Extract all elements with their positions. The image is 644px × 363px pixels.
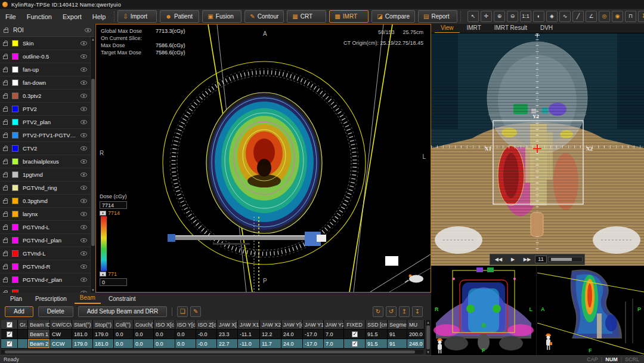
lock-icon[interactable] — [3, 161, 8, 164]
eye-icon[interactable] — [80, 212, 87, 216]
Skin[interactable]: Skin — [0, 37, 90, 50]
tab-plan[interactable]: Plan — [5, 294, 27, 304]
fan-down[interactable]: fan-down — [0, 76, 90, 90]
column-header[interactable]: JAW Y2... — [324, 320, 344, 330]
PGTVnd-l_plan[interactable]: PGTVnd-l_plan — [0, 234, 90, 247]
eye-icon[interactable] — [80, 133, 87, 137]
compare-button[interactable]: ◪ Compare — [371, 10, 415, 23]
eye-icon[interactable] — [85, 28, 91, 32]
column-header[interactable]: Couch(°) — [134, 320, 154, 330]
actual-size-icon[interactable]: 1:1 — [520, 11, 531, 22]
column-header[interactable]: Beam ID — [28, 320, 50, 330]
rotate-cw-icon[interactable]: ↻ — [373, 306, 383, 317]
lock-icon[interactable] — [3, 108, 8, 112]
dose-min-handle[interactable]: ▲771 — [100, 271, 138, 277]
table-hscrollbar[interactable] — [1, 350, 423, 354]
play-button[interactable]: ▶ — [506, 257, 519, 262]
axial-ct-view[interactable]: Global Max Dose7713.3(cGy) On Current Sl… — [95, 24, 431, 293]
eye-icon[interactable] — [80, 186, 87, 190]
eye-icon[interactable] — [80, 54, 87, 59]
eye-icon[interactable] — [80, 199, 87, 203]
CTV2[interactable]: CTV2 — [0, 142, 90, 155]
forward-button[interactable]: ▶▶ — [521, 257, 534, 262]
eye-icon[interactable] — [80, 251, 87, 256]
brachialplexus[interactable]: brachialplexus — [0, 155, 90, 168]
eye-icon[interactable] — [80, 173, 87, 177]
column-header[interactable]: ISO Y[c... — [175, 320, 196, 330]
lock-icon[interactable] — [3, 42, 8, 46]
0.3pgtvnd[interactable]: 0.3pgtvnd — [0, 195, 90, 208]
dose-min-input[interactable]: 0 — [100, 278, 127, 286]
PTV2_plan[interactable]: PTV2_plan — [0, 116, 90, 129]
profile-curve-icon[interactable]: ∿ — [559, 11, 571, 22]
move-up-icon[interactable]: ↥ — [399, 306, 410, 317]
column-header[interactable]: SSD [cm] — [366, 320, 388, 330]
pan-tool-icon[interactable]: ✛ — [481, 11, 492, 22]
measure-ruler-icon[interactable]: ╱ — [572, 11, 584, 22]
larynx[interactable]: larynx — [0, 208, 90, 221]
menu-file[interactable]: File — [0, 13, 21, 20]
lock-icon[interactable] — [3, 279, 8, 282]
lock-icon[interactable] — [4, 29, 8, 33]
PGTVnd-L[interactable]: PGTVnd-L — [0, 221, 90, 234]
dose-ring-icon[interactable]: ◉ — [612, 11, 623, 22]
column-header[interactable]: MU — [407, 320, 425, 330]
checkbox[interactable] — [7, 341, 13, 347]
column-header[interactable]: Stop(°) — [93, 320, 114, 330]
rewind-button[interactable]: ◀◀ — [492, 257, 505, 262]
eye-icon[interactable] — [80, 278, 87, 282]
imrt-button[interactable]: ▩ IMRT — [329, 10, 369, 23]
tab-imrt-result[interactable]: IMRT Result — [488, 24, 533, 33]
column-header[interactable]: FIXED — [344, 320, 366, 330]
PGTVnd_ring[interactable]: PGTVnd_ring — [0, 182, 90, 195]
roi-scrollbar[interactable]: ▲ ▼ — [90, 37, 95, 293]
frame-slider[interactable] — [548, 257, 583, 262]
tab-dvh[interactable]: DVH — [534, 24, 559, 33]
PTV2[interactable]: PTV2 — [0, 103, 90, 116]
tab-view[interactable]: View — [435, 24, 460, 33]
lock-icon[interactable] — [3, 253, 8, 256]
locate-3d-icon[interactable]: ◈ — [546, 11, 558, 22]
column-header[interactable] — [1, 320, 18, 330]
outline-0.5[interactable]: outline-0.5 — [0, 50, 90, 63]
beam-eye-view[interactable]: X1 X2 Y2 — [431, 33, 644, 266]
PGTVnd-R[interactable]: PGTVnd-R — [0, 260, 90, 273]
eye-icon[interactable] — [80, 41, 87, 45]
add-setup-beam-drr-button[interactable]: Add Setup Beam and DRR — [78, 306, 168, 317]
tab-imrt[interactable]: IMRT — [461, 24, 487, 33]
sagittal-view[interactable]: A P F — [537, 266, 644, 355]
dose-max-input[interactable]: 7714 — [100, 201, 127, 209]
PTV2-PTV1-PGTVnd-PGTVn[interactable]: PTV2-PTV1-PGTVnd-PGTVn — [0, 129, 90, 142]
move-down-icon[interactable]: ↧ — [412, 306, 423, 317]
eye-icon[interactable] — [80, 146, 87, 150]
1pgtvnd[interactable]: 1pgtvnd — [0, 168, 90, 182]
column-header[interactable]: JAW Y1... — [303, 320, 324, 330]
import-button[interactable]: ⇩ Import — [117, 10, 157, 23]
checkbox[interactable] — [7, 322, 13, 328]
column-header[interactable]: JAW X[... — [217, 320, 238, 330]
eye-icon[interactable] — [80, 107, 87, 111]
column-header[interactable]: CW/CCW — [50, 320, 72, 330]
crt-button[interactable]: ▦ CRT — [287, 10, 326, 23]
lock-icon[interactable] — [3, 266, 8, 269]
fan-up[interactable]: fan-up — [0, 63, 90, 76]
lock-icon[interactable] — [3, 69, 8, 72]
column-header[interactable]: ISO Z[c... — [196, 320, 217, 330]
tab-constraint[interactable]: Constraint — [103, 294, 141, 304]
checkbox[interactable] — [352, 341, 358, 347]
eye-icon[interactable] — [80, 120, 87, 124]
lock-icon[interactable] — [3, 200, 8, 204]
zoom-in-icon[interactable]: ⊕ — [494, 11, 505, 22]
report-button[interactable]: ▤ Report — [418, 10, 457, 23]
delete-beam-button[interactable]: Delete — [38, 306, 73, 317]
column-header[interactable]: ISO X[c... — [154, 320, 175, 330]
eye-icon[interactable] — [80, 264, 87, 269]
rotate-ccw-icon[interactable]: ↺ — [386, 306, 397, 317]
column-header[interactable]: JAW X2... — [260, 320, 281, 330]
eye-icon[interactable] — [80, 225, 87, 229]
eye-icon[interactable] — [80, 238, 87, 242]
lock-icon[interactable]: ⊓ — [625, 11, 636, 22]
column-header[interactable]: JAW X1... — [238, 320, 260, 330]
window-level-icon[interactable]: ◐ — [533, 11, 544, 22]
frame-value[interactable]: 11 — [535, 256, 547, 263]
